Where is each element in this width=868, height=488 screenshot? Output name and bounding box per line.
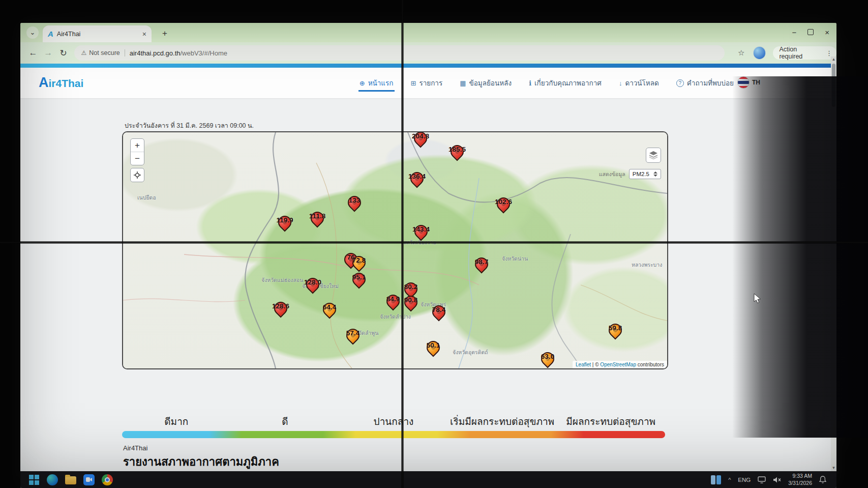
map-marker[interactable]: 128.6 xyxy=(274,302,287,321)
nav-question[interactable]: ?คำถามที่พบบ่อย xyxy=(675,74,735,92)
display-icon[interactable] xyxy=(758,476,766,483)
parameter-select[interactable]: PM2.5 xyxy=(629,169,661,179)
nav-table[interactable]: ▦ข้อมูลย้อนหลัง xyxy=(459,74,513,92)
nav-label: เกี่ยวกับคุณภาพอากาศ xyxy=(534,77,602,89)
leaflet-link[interactable]: Leaflet xyxy=(576,362,591,367)
address-bar[interactable]: ⚠ Not secure air4thai.pcd.go.th /webV3/#… xyxy=(74,45,725,61)
forward-button[interactable]: → xyxy=(41,48,56,58)
map-marker[interactable]: 98.7 xyxy=(475,257,488,276)
scroll-down-arrow[interactable]: ▼ xyxy=(831,465,836,471)
marker-value: 78.4 xyxy=(432,306,445,313)
tab-close-button[interactable]: × xyxy=(142,30,146,38)
nav-download[interactable]: ↓ดาวน์โหลด xyxy=(618,74,660,92)
start-button[interactable] xyxy=(28,474,40,485)
legend-label: ดีมาก xyxy=(122,414,231,429)
map-marker[interactable]: 50.1 xyxy=(427,341,440,360)
chrome-icon[interactable] xyxy=(102,474,113,485)
map-marker[interactable]: 128.0 xyxy=(306,278,319,297)
map-place-label: หลวงพระบาง xyxy=(632,261,662,269)
marker-value: 204.8 xyxy=(412,132,429,140)
map-marker[interactable]: 111.8 xyxy=(311,212,324,231)
map-marker[interactable]: 119.9 xyxy=(278,216,291,235)
nav-label: ข้อมูลย้อนหลัง xyxy=(469,77,512,89)
divider xyxy=(125,49,125,56)
window-minimize-button[interactable]: − xyxy=(792,28,796,37)
map-marker[interactable]: 57.4 xyxy=(346,329,360,348)
tab-search-button[interactable]: ⌄ xyxy=(26,26,39,39)
window-close-button[interactable]: × xyxy=(825,28,829,37)
footer-brand: Air4Thai xyxy=(123,444,147,452)
language-switcher[interactable]: TH xyxy=(737,76,760,89)
notification-bell-icon[interactable] xyxy=(819,476,826,483)
action-required-button[interactable]: Action required ⋮ xyxy=(773,46,836,60)
page-content: Air4Thai ⊕หน้าแรก⊞รายการ▦ข้อมูลย้อนหลังℹ… xyxy=(20,64,836,471)
map-layers-button[interactable] xyxy=(646,148,661,163)
language-label: TH xyxy=(752,79,760,86)
zoom-app-icon[interactable] xyxy=(83,474,95,485)
reload-button[interactable]: ↻ xyxy=(56,48,71,59)
marker-value: 128.0 xyxy=(304,278,321,286)
volume-muted-icon[interactable] xyxy=(773,476,781,483)
marker-value: 90.8 xyxy=(404,296,417,304)
select-arrows-icon xyxy=(653,171,657,177)
language-indicator[interactable]: ENG xyxy=(738,477,751,483)
nav-home-globe[interactable]: ⊕หน้าแรก xyxy=(358,74,395,92)
nav-info[interactable]: ℹเกี่ยวกับคุณภาพอากาศ xyxy=(528,74,603,92)
mouse-cursor xyxy=(754,293,762,304)
zoom-out-button[interactable]: − xyxy=(131,152,144,165)
edge-browser-icon[interactable] xyxy=(47,474,58,485)
back-button[interactable]: ← xyxy=(25,48,41,58)
page-scrollbar[interactable]: ▲ ▼ xyxy=(831,56,836,471)
thai-flag-icon xyxy=(737,76,750,89)
table-icon: ▦ xyxy=(460,79,466,87)
home-globe-icon: ⊕ xyxy=(360,79,365,87)
new-tab-button[interactable]: + xyxy=(159,27,171,40)
marker-value: 80.2 xyxy=(404,283,417,291)
nav-grid[interactable]: ⊞รายการ xyxy=(410,74,444,92)
tray-expand-chevron[interactable]: ^ xyxy=(728,477,731,483)
marker-value: 59.8 xyxy=(609,324,622,332)
map-place-label: จังหวัดแม่ฮ่องสอน xyxy=(261,276,303,284)
footer-title: รายงานสภาพอากาศตามภูมิภาค xyxy=(123,453,279,471)
map-marker[interactable]: 185.5 xyxy=(451,145,464,164)
legend-labels: ดีมากดีปานกลางเริ่มมีผลกระทบต่อสุขภาพมีผ… xyxy=(122,414,665,429)
scrollbar-thumb[interactable] xyxy=(832,64,835,107)
map-marker[interactable]: 90.8 xyxy=(404,296,417,314)
scroll-up-arrow[interactable]: ▲ xyxy=(831,56,836,63)
legend-bar xyxy=(122,431,665,438)
zoom-in-button[interactable]: + xyxy=(131,139,144,152)
browser-menu-button[interactable]: ⋮ xyxy=(826,49,832,57)
map-marker[interactable]: 64.4 xyxy=(323,303,336,322)
parameter-value: PM2.5 xyxy=(633,171,649,177)
widgets-icon[interactable] xyxy=(711,475,721,484)
map-marker[interactable]: 95.1 xyxy=(352,273,366,292)
window-restore-button[interactable] xyxy=(807,29,814,35)
nav-label: ดาวน์โหลด xyxy=(625,77,659,89)
attribution-suffix: contributors xyxy=(636,362,664,367)
legend-label: ดี xyxy=(231,414,340,429)
taskbar-clock[interactable]: 9:33 AM 3/31/2026 xyxy=(788,473,812,486)
map-marker[interactable]: 136.4 xyxy=(410,172,424,191)
openstreetmap-link[interactable]: OpenStreetMap xyxy=(600,362,636,367)
map-marker[interactable]: 72.8 xyxy=(352,256,366,275)
map-marker[interactable]: 102.6 xyxy=(497,197,510,216)
map-marker[interactable]: 63.0 xyxy=(541,352,554,369)
file-explorer-icon[interactable] xyxy=(65,476,76,484)
site-logo[interactable]: Air4Thai xyxy=(39,75,83,91)
marker-value: 57.4 xyxy=(346,329,360,337)
map-marker[interactable]: 59.8 xyxy=(609,324,622,342)
locate-me-button[interactable] xyxy=(130,168,144,182)
profile-avatar[interactable] xyxy=(753,46,766,60)
map-zoom-control: + − xyxy=(130,138,144,165)
browser-tab[interactable]: A Air4Thai × xyxy=(43,25,152,42)
air-quality-map[interactable]: เนปยีดอจังหวัดเชียงรายจังหวัดน่านหลวงพระ… xyxy=(122,131,668,369)
air4thai-favicon-icon: A xyxy=(48,30,53,38)
action-required-label: Action required xyxy=(779,46,822,60)
map-marker[interactable]: 78.4 xyxy=(432,305,445,324)
map-marker[interactable]: 133 xyxy=(348,196,361,215)
bookmark-star-button[interactable]: ☆ xyxy=(738,48,744,58)
nav-label: รายการ xyxy=(419,77,442,89)
map-marker[interactable]: 204.8 xyxy=(414,132,427,151)
map-marker[interactable]: 84.9 xyxy=(386,295,400,313)
map-attribution: Leaflet | © OpenStreetMap contributors xyxy=(573,361,667,368)
